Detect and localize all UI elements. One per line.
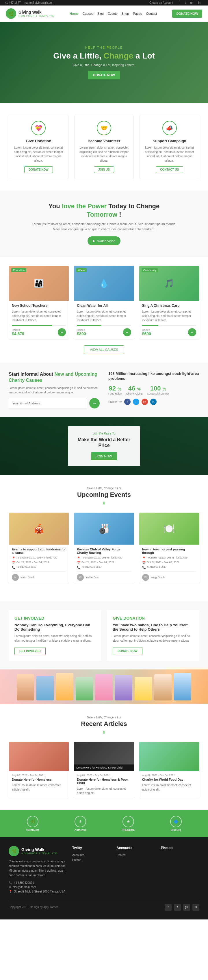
create-account-link[interactable]: Create an Account	[149, 1, 173, 4]
donate-title: You have two hands, One to Help Yourself…	[113, 623, 194, 632]
child-figure-2	[36, 676, 54, 700]
cause-donate-btn-0[interactable]: +	[58, 328, 66, 336]
footer-gp-button[interactable]: g+	[183, 904, 190, 911]
nav-causes[interactable]: Causes	[83, 12, 93, 15]
events-section: Give a Little, Change a Lot Upcoming Eve…	[0, 475, 208, 601]
sponsor-3: 🔷 BlueOrg	[170, 816, 182, 831]
stat-0: 92 % Fund Raise	[108, 385, 121, 395]
cause-body-0: New School Teachers Lorem ipsum dolor si…	[9, 301, 69, 339]
event-avatar-1: W	[77, 574, 84, 581]
cause-donate-btn-1[interactable]: +	[123, 328, 131, 336]
sponsors-section: 🌿 GreenLeaf ⚜ Authentic ★ PRESTIGE 🔷 Blu…	[0, 810, 208, 837]
nav-donate-button[interactable]: DONATE NOW	[172, 10, 202, 18]
event-meta-1: W Walter Dom	[77, 571, 131, 581]
follow-tw[interactable]: t	[133, 399, 139, 405]
event-meta-2: W Wagy Smith	[142, 571, 196, 581]
logo-sub: NON-PROFIT TEMPLATE	[19, 14, 54, 18]
event-image-2: 🍽️	[139, 513, 199, 545]
involved-title: Nobody Can Do Everything, Everyone Can D…	[14, 623, 95, 632]
location-icon-0: 📍	[12, 557, 15, 560]
nav-pages[interactable]: Pages	[133, 12, 142, 15]
newsletter-email-input[interactable]	[9, 398, 87, 409]
newsletter-stats-section: Start Informal About New and Upcoming Ch…	[0, 363, 208, 417]
event-avatar-2: W	[142, 574, 149, 581]
cause-donate-btn-2[interactable]: +	[188, 328, 196, 336]
hero-content: HELP THE PEOPLE Give a Little, Change a …	[53, 46, 155, 80]
banner-button[interactable]: JOIN NOW	[91, 452, 117, 460]
event-phone-2: 📞 +1 813-634-0617	[142, 565, 196, 569]
articles-section-title: Recent Articles	[9, 720, 199, 728]
event-date-2: 📅 Oct 24, 2021 - Dec 04, 2021	[142, 561, 196, 564]
article-image-0	[9, 742, 69, 771]
footer-link-accounts[interactable]: Accounts	[72, 853, 111, 857]
features-section: 💝 Give Donation Lorem ipsum dolor sit am…	[0, 103, 208, 191]
follow-in[interactable]: in	[150, 399, 157, 405]
phone-icon-0: 📞	[12, 566, 15, 569]
footer-col-title-0: Twitty	[72, 846, 111, 850]
event-author-2: Wagy Smith	[151, 576, 165, 579]
in-icon[interactable]: in	[198, 1, 200, 4]
logo-icon: 🌿	[6, 8, 16, 19]
footer-grid: 🌿 Giving Walk NON-PROFIT TEMPLATE Clarit…	[9, 846, 199, 894]
event-image-1: 🎳	[74, 513, 134, 545]
feature-btn-donation[interactable]: DONATE NOW	[24, 166, 53, 173]
footer-links-twitty: Twitty Accounts Photos	[72, 846, 111, 894]
feature-title-volunteer: Become Volunteer	[79, 139, 129, 143]
child-figure-4	[76, 677, 93, 700]
nav-shop[interactable]: Shop	[121, 12, 129, 15]
nav-blog[interactable]: Blog	[97, 12, 104, 15]
footer-links-accounts: Accounts Photos	[117, 846, 155, 894]
nav-contact[interactable]: Contact	[146, 12, 157, 15]
footer-link-photos[interactable]: Photos	[72, 858, 111, 862]
cause-title-1: Clean Water for All	[77, 304, 131, 308]
fb-icon[interactable]: f	[180, 1, 180, 4]
newsletter-title: Start Informal About New and Upcoming Ch…	[9, 371, 100, 383]
article-date-0: Aug 07, 2021 - Jan 04, 2021	[12, 774, 66, 776]
topbar-social: f t g+ in	[180, 1, 203, 4]
hero-title: Give a Little, Change a Lot	[53, 51, 155, 61]
logo: 🌿 Giving Walk NON-PROFIT TEMPLATE	[6, 8, 54, 19]
event-card-2: 🍽️ New in town, or just passing through …	[139, 512, 199, 584]
follow-fb[interactable]: f	[124, 399, 131, 405]
article-card-1: Donate Here for Homeless & Poor Child Au…	[74, 741, 134, 799]
view-all-causes-button[interactable]: VIEW ALL CAUSES	[84, 345, 124, 354]
cause-card-1: 💧 Water Clean Water for All Lorem ipsum …	[74, 266, 134, 339]
watch-video-button[interactable]: ▶ Watch Video	[88, 236, 120, 245]
donate-now-button[interactable]: DONATE NOW	[113, 647, 142, 655]
feature-btn-volunteer[interactable]: JOIN US	[94, 166, 114, 173]
feature-card-donation: 💝 Give Donation Lorem ipsum dolor sit am…	[9, 115, 68, 179]
footer-fb-button[interactable]: f	[165, 904, 172, 911]
calendar-icon-2: 📅	[142, 561, 146, 564]
article-desc-1: Lorem ipsum dolor sit amet, consectet ad…	[77, 786, 131, 795]
event-body-2: New in town, or just passing through 📍 F…	[139, 545, 199, 584]
impact-title-love: love the Power	[62, 202, 107, 210]
address-icon-footer: 📍	[9, 890, 12, 893]
footer-link-photos-2[interactable]: Photos	[117, 853, 155, 857]
newsletter-block: Start Informal About New and Upcoming Ch…	[9, 371, 100, 409]
footer-tw-button[interactable]: t	[174, 904, 181, 911]
nav-events[interactable]: Events	[108, 12, 118, 15]
hero-subtitle: HELP THE PEOPLE	[53, 46, 155, 49]
phone-icon-footer: 📞	[9, 881, 12, 885]
banner-box: Join the Raise To Make the World a Bette…	[68, 426, 140, 466]
causes-grid: 👨‍👩‍👧 Education New School Teachers Lore…	[9, 266, 199, 339]
article-image-1: Donate Here for Homeless & Poor Child	[74, 742, 134, 771]
sponsor-name-0: GreenLeaf	[26, 829, 39, 831]
calendar-icon-1: 📅	[77, 561, 80, 564]
involved-card: GET INVOLVED Nobody Can Do Everything, E…	[9, 610, 101, 661]
cause-amount-block-1: Raised $800	[77, 328, 86, 336]
event-author-0: Nalim Smith	[20, 576, 35, 579]
hero-donate-button[interactable]: DONATE NOW	[88, 71, 120, 80]
article-date-1: Aug 07, 2021 - Jan 04, 2021	[77, 774, 131, 776]
gp-icon[interactable]: g+	[191, 1, 194, 4]
impact-section: You love the Power Today to Change Tomor…	[0, 191, 208, 257]
tw-icon[interactable]: t	[185, 1, 186, 4]
nav-home[interactable]: Home	[69, 12, 79, 15]
feature-btn-campaign[interactable]: CONTACT US	[156, 166, 183, 173]
footer-in-button[interactable]: in	[192, 904, 199, 911]
cause-raised-label-0: Raised	[12, 328, 24, 331]
get-involved-button[interactable]: GET INVOLVED	[14, 647, 46, 655]
follow-gp[interactable]: g+	[142, 399, 148, 405]
newsletter-submit-button[interactable]: →	[89, 398, 100, 409]
impact-title-you: You	[49, 202, 62, 210]
